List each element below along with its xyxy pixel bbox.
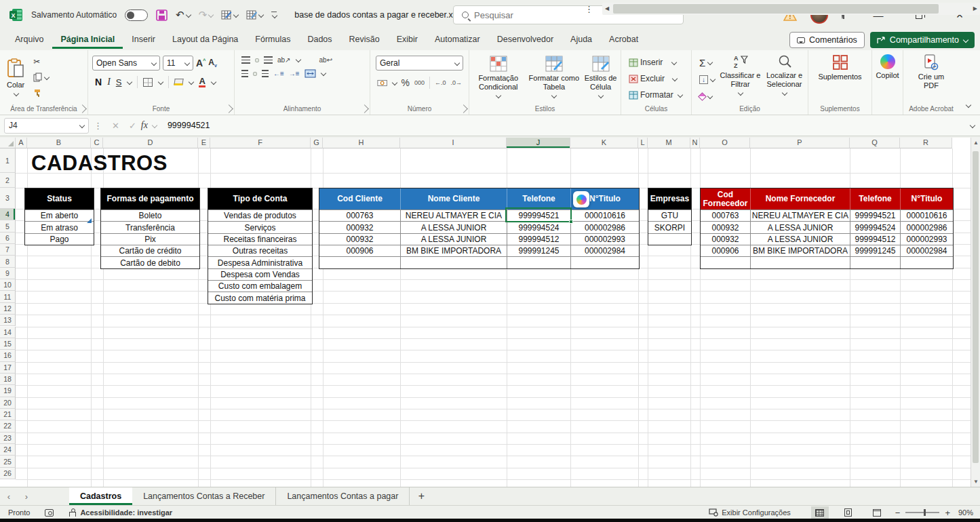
cell[interactable]: 999994524 [507,221,571,233]
cell[interactable]: 000010616 [901,209,953,221]
row-header-19[interactable]: 19 [0,385,16,397]
redo-button[interactable]: ↷ [199,9,214,21]
ribbon-tab-revis-o[interactable]: Revisão [341,31,388,49]
clear-button[interactable] [697,89,717,104]
borders-chevron[interactable] [158,80,163,85]
cut-button[interactable]: ✂ [31,54,51,69]
row-header-21[interactable]: 21 [0,409,16,420]
percent-button[interactable]: % [401,77,410,88]
row-header-4[interactable]: 4 [0,209,16,220]
cell[interactable]: 000002986 [901,221,953,233]
cell[interactable]: 000002984 [571,245,639,256]
cell[interactable]: 000763 [319,209,401,221]
ribbon-tab-f-rmulas[interactable]: Fórmulas [247,31,298,49]
fill-handle[interactable] [569,220,573,224]
comma-style-button[interactable]: 000 [414,79,425,86]
align-middle-button[interactable] [255,58,259,62]
cell-copilot-button[interactable] [573,191,589,207]
ribbon-tab-dados[interactable]: Dados [299,31,340,49]
cell[interactable]: 999994521 [850,209,901,221]
cell[interactable]: 000763 [701,209,751,221]
sheet-tab-cadastros[interactable]: Cadastros [69,487,132,505]
cell[interactable]: Em aberto [25,209,94,221]
underline-button[interactable]: S [116,77,122,87]
create-pdf-button[interactable]: Crie um PDF [911,50,952,90]
merge-center-button[interactable] [305,69,316,78]
expand-formula-bar-chevron[interactable] [970,123,975,128]
column-header-L[interactable]: L [638,138,648,148]
cell[interactable]: Boleto [101,209,199,221]
sort-filter-button[interactable]: AZ Classificar e Filtrar [720,50,761,96]
page-layout-view-button[interactable] [840,506,857,519]
zoom-slider-thumb[interactable] [924,509,926,516]
column-header-H[interactable]: H [323,138,400,148]
cell[interactable] [901,256,953,268]
orientation-button[interactable]: ab↗ [277,56,291,64]
cell[interactable]: Outras receitas [208,245,312,256]
cell[interactable]: Vendas de produtos [208,209,312,221]
ribbon-tab-exibir[interactable]: Exibir [389,31,426,49]
insert-cells-button[interactable]: Inserir [627,55,691,70]
column-header-N[interactable]: N [690,138,700,148]
column-header-D[interactable]: D [103,138,198,148]
cell[interactable]: 999991245 [507,245,571,256]
row-header-16[interactable]: 16 [0,350,16,361]
vscroll-thumb[interactable] [973,151,979,463]
undo-button[interactable]: ↶ [176,9,191,21]
increase-decimal-button[interactable]: ←.0 [435,79,446,86]
cell[interactable] [850,256,901,268]
column-header-J[interactable]: J [507,138,570,148]
cell[interactable]: A LESSA JUNIOR [401,221,507,233]
column-header-C[interactable]: C [91,138,103,148]
sheet-tab-lan-amentos-contas-a-pagar[interactable]: Lançamentos Contas a pagar [276,487,410,505]
wrap-text-button[interactable]: ab↩ [319,56,333,64]
column-header-B[interactable]: B [27,138,91,148]
row-header-25[interactable]: 25 [0,456,16,467]
cell[interactable]: Em atraso [25,221,94,233]
align-top-button[interactable] [241,56,250,64]
hscroll-thumb[interactable] [613,4,939,14]
merge-chevron[interactable] [321,71,326,76]
copilot-button[interactable]: Copilot [872,50,903,80]
fill-color-chevron[interactable] [189,80,193,85]
font-name-select[interactable]: Open Sans [92,56,160,71]
ribbon-tab-automatizar[interactable]: Automatizar [427,31,488,49]
horizontal-scrollbar[interactable]: ◀ ▶ [602,3,980,15]
paste-button[interactable]: Colar [7,54,24,96]
cell[interactable]: A LESSA JUNIOR [401,233,507,245]
column-header-A[interactable]: A [16,138,27,148]
cell[interactable]: Custo com matéria prima [208,292,312,303]
cell[interactable] [648,233,691,245]
confirm-entry-button[interactable]: ✓ [124,121,141,131]
italic-button[interactable]: I [107,77,111,87]
decrease-indent-button[interactable]: ←≡ [273,70,284,77]
column-header-F[interactable]: F [210,138,311,148]
cell[interactable]: A LESSA JUNIOR [751,233,850,245]
select-all-corner[interactable] [0,138,16,148]
increase-indent-button[interactable]: →≡ [289,70,300,77]
sheet-more-button[interactable]: ⋮ [585,0,593,18]
row-header-3[interactable]: 3 [0,188,16,209]
row-header-6[interactable]: 6 [0,233,16,244]
row-header-11[interactable]: 11 [0,291,16,302]
cancel-entry-button[interactable]: ✕ [107,121,124,131]
sheet-tab-lan-amentos-contas-a-receber[interactable]: Lançamentos Contas a Receber [132,487,276,505]
row-header-8[interactable]: 8 [0,256,16,267]
cell[interactable]: 000002993 [901,233,953,245]
ribbon-tab-layout-da-p-gina[interactable]: Layout da Página [164,31,246,49]
column-header-M[interactable]: M [648,138,690,148]
find-select-button[interactable]: Localizar e Selecionar [761,50,808,96]
row-header-1[interactable]: 1 [0,148,16,173]
add-sheet-button[interactable]: + [410,487,433,505]
ribbon-tab-inserir[interactable]: Inserir [123,31,163,49]
scroll-up-arrow[interactable]: ▲ [971,138,980,148]
row-header-12[interactable]: 12 [0,303,16,315]
fill-button[interactable]: ↓ [697,72,717,87]
row-header-9[interactable]: 9 [0,268,16,279]
cell[interactable]: Pago [25,233,94,245]
cell[interactable]: 000002984 [901,245,953,256]
document-title[interactable]: base de dados contas a pagar e receber.x… [294,10,472,20]
row-header-18[interactable]: 18 [0,374,16,385]
cell[interactable]: Serviços [208,221,312,233]
delete-cells-button[interactable]: Excluir [627,71,691,86]
